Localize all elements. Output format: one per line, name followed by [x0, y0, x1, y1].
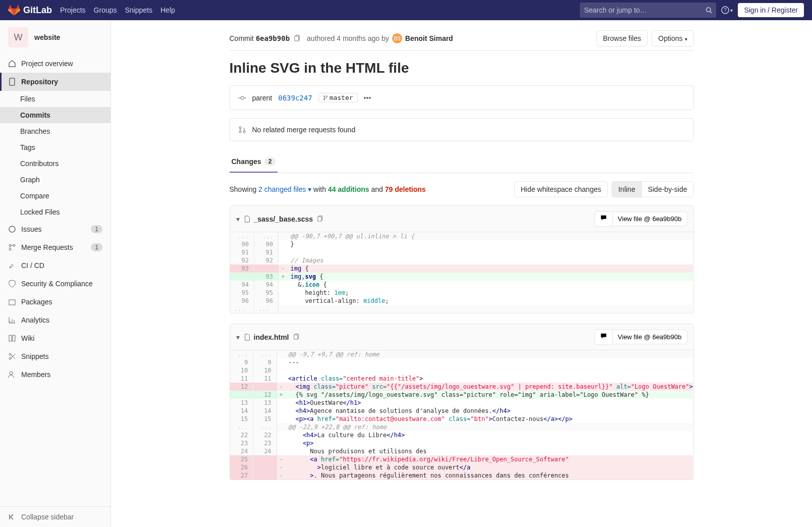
options-button[interactable]: Options▾ [652, 30, 693, 46]
diff-line[interactable]: 25- <a href="https://fr.wikipedia.org/wi… [230, 455, 693, 463]
svg-point-21 [323, 98, 325, 100]
sidebar-sub-locked[interactable]: Locked Files [0, 204, 111, 220]
copy-path-button[interactable] [317, 215, 323, 223]
sidebar-item-repository[interactable]: Repository [0, 73, 111, 91]
diff-line[interactable]: 99--- [230, 358, 693, 366]
parent-sha-link[interactable]: 0639c247 [278, 94, 312, 102]
diff-line[interactable]: 93+img,svg { [230, 273, 693, 281]
file-name[interactable]: _sass/_base.scss [254, 215, 313, 223]
diff-line[interactable]: 26- >logiciel libre et à code source ouv… [230, 463, 693, 471]
sidebar-item-wiki[interactable]: Wiki [0, 329, 111, 347]
diff-line[interactable]: 9191 [230, 248, 693, 256]
sidebar-item-issues[interactable]: Issues 1 [0, 220, 111, 238]
diff-line[interactable]: 1111<article class="centered main-title"… [230, 375, 693, 383]
more-refs-button[interactable]: ••• [364, 94, 371, 102]
sidebar-label: Members [21, 371, 50, 379]
svg-point-24 [239, 131, 241, 133]
members-icon [8, 371, 16, 379]
inline-view-button[interactable]: Inline [612, 182, 641, 197]
diff-line[interactable]: 1515 <p><a href="mailto:contact@ouestwar… [230, 415, 693, 423]
collapse-sidebar[interactable]: Collapse sidebar [0, 506, 111, 527]
tab-count: 2 [264, 157, 276, 166]
sidebar-sub-tags[interactable]: Tags [0, 139, 111, 155]
sidebar-sub-commits[interactable]: Commits [0, 107, 111, 123]
file-icon [244, 334, 251, 341]
diff-line[interactable]: 9090} [230, 240, 693, 248]
hide-whitespace-button[interactable]: Hide whitespace changes [514, 181, 608, 197]
author-name[interactable]: Benoit Simard [405, 34, 453, 42]
file-diff-block: ▾_sass/_base.scssView file @ 6ea9b90b...… [230, 205, 694, 313]
sidebar-item-packages[interactable]: Packages [0, 293, 111, 311]
diff-line[interactable]: 9696 vertical-align: middle; [230, 297, 693, 305]
sidebar-item-overview[interactable]: Project overview [0, 55, 111, 73]
sidebar-item-cicd[interactable]: CI / CD [0, 256, 111, 275]
svg-point-11 [9, 357, 11, 359]
diff-line[interactable]: 2323 <p> [230, 439, 693, 447]
sidebar-item-snippets[interactable]: Snippets [0, 347, 111, 365]
svg-point-10 [9, 353, 11, 355]
search-input[interactable] [584, 6, 706, 14]
diff-line[interactable]: 1010 [230, 366, 693, 375]
diff-line[interactable]: ......@@ -22,9 +22,8 @@ ref: home [230, 423, 693, 431]
sidebar-item-merge[interactable]: Merge Requests 1 [0, 238, 111, 256]
svg-point-22 [326, 95, 328, 97]
diff-line[interactable]: 2222 <h4>La culture du Libre</h4> [230, 431, 693, 439]
svg-point-17 [241, 96, 244, 99]
diff-line[interactable]: 1414 <h4>Agence nantaise de solutions d'… [230, 407, 693, 415]
nav-snippets[interactable]: Snippets [125, 4, 152, 16]
view-file-button[interactable]: View file @ 6ea9b90b [612, 330, 687, 344]
file-name[interactable]: index.html [254, 333, 289, 341]
project-name: website [34, 33, 60, 41]
copy-path-button[interactable] [293, 333, 300, 341]
collapse-file-button[interactable]: ▾ [236, 215, 240, 223]
sidebar-item-security[interactable]: Security & Compliance [0, 275, 111, 293]
signin-button[interactable]: Sign in / Register [738, 3, 804, 17]
issues-icon [8, 225, 16, 233]
diff-line[interactable]: ......@@ -90,7 +90,7 @@ ul.inline > li { [230, 232, 693, 240]
diff-line[interactable]: 27- >. Nous partageons régulièrement nos… [230, 471, 693, 480]
sidebar-label: Security & Compliance [21, 280, 93, 288]
diff-line[interactable]: 93-img { [230, 265, 693, 273]
diff-line[interactable]: ...... [230, 305, 693, 313]
diff-line[interactable]: ......@@ -9,7 +9,7 @@ ref: home [230, 350, 693, 358]
diff-line[interactable]: 12- <img class="picture" src="{{"/assets… [230, 383, 693, 391]
diff-line[interactable]: 9595 height: 1em; [230, 289, 693, 297]
commit-label: Commit [230, 34, 254, 42]
sidebar-sub-graph[interactable]: Graph [0, 172, 111, 188]
sidebar-item-analytics[interactable]: Analytics [0, 311, 111, 329]
sidebar-label: Analytics [21, 316, 49, 324]
sidebar-item-members[interactable]: Members [0, 365, 111, 384]
side-by-side-button[interactable]: Side-by-side [641, 182, 693, 197]
sidebar-sub-contributors[interactable]: Contributors [0, 155, 111, 172]
nav-help[interactable]: Help [160, 4, 175, 16]
home-icon [8, 60, 16, 68]
diff-line[interactable]: 1313 <h1>OuestWare</h1> [230, 399, 693, 407]
branch-pill[interactable]: master [318, 93, 358, 102]
copy-sha-button[interactable] [294, 34, 301, 43]
svg-rect-9 [9, 300, 15, 305]
comment-button[interactable] [594, 211, 612, 227]
project-header[interactable]: W website [0, 20, 111, 55]
diff-line[interactable]: 9494 &.icon { [230, 281, 693, 289]
global-search[interactable] [580, 3, 716, 18]
nav-projects[interactable]: Projects [60, 4, 86, 16]
tab-changes[interactable]: Changes 2 [230, 151, 278, 173]
doc-icon [8, 78, 16, 86]
sidebar-label: Project overview [21, 60, 73, 68]
diff-line[interactable]: 9292// Images [230, 256, 693, 265]
merge-request-icon [238, 126, 246, 134]
diff-line[interactable]: 2424 Nous produisons et utilisons des [230, 447, 693, 455]
changed-files-dropdown[interactable]: 2 changed files ▾ [258, 185, 311, 193]
help-dropdown[interactable]: ? ▾ [721, 6, 733, 14]
nav-groups[interactable]: Groups [94, 4, 117, 16]
sidebar-sub-files[interactable]: Files [0, 91, 111, 107]
browse-files-button[interactable]: Browse files [597, 30, 647, 46]
comment-button[interactable] [594, 329, 612, 345]
sidebar-sub-compare[interactable]: Compare [0, 188, 111, 204]
gitlab-logo[interactable]: GitLab [8, 4, 52, 16]
collapse-file-button[interactable]: ▾ [236, 333, 240, 341]
view-file-button[interactable]: View file @ 6ea9b90b [612, 212, 687, 226]
diff-line[interactable]: 12+ {% svg "/assets/img/logo_ouestware.s… [230, 391, 693, 399]
comment-icon [600, 215, 607, 222]
sidebar-sub-branches[interactable]: Branches [0, 123, 111, 139]
